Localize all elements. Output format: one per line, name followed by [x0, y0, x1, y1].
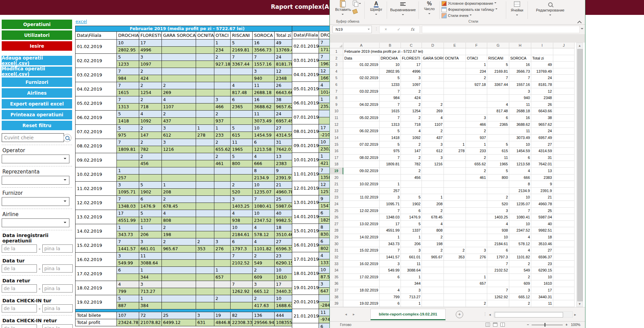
row-header-38[interactable]: 38	[330, 294, 343, 301]
sheet-cell[interactable]: 666	[509, 174, 531, 181]
sheet-cell[interactable]: 7	[509, 75, 531, 81]
sheet-cell[interactable]: 208	[422, 201, 444, 208]
filter-select-airline[interactable]	[2, 218, 69, 227]
insert-function-icon[interactable]: fx	[411, 27, 414, 32]
sheet-cell[interactable]	[444, 241, 466, 248]
sheet-cell[interactable]: 609	[509, 280, 531, 287]
sheet-cell[interactable]: 665.12	[509, 294, 531, 301]
sheet-cell[interactable]	[487, 300, 509, 307]
sheet-cell[interactable]: 6	[401, 208, 422, 214]
sheet-cell[interactable]: 2	[401, 88, 422, 95]
sheet-cell[interactable]	[444, 287, 466, 294]
sheet-cell[interactable]	[487, 280, 509, 287]
sheet-cell[interactable]	[466, 194, 487, 201]
sheet-cell[interactable]: 1	[422, 194, 444, 201]
column-header-I[interactable]: I	[531, 43, 553, 48]
sheet-cell[interactable]	[422, 88, 444, 95]
sheet-cell[interactable]: 5	[487, 62, 509, 68]
confirm-entry-icon[interactable]: ✓	[397, 27, 401, 32]
sheet-cell[interactable]: 2	[401, 115, 422, 121]
normal-view-icon[interactable]	[486, 323, 490, 327]
sheet-cell[interactable]	[444, 201, 466, 208]
filter-select-reprezentanta[interactable]	[2, 176, 69, 185]
row-header-1[interactable]: 1	[330, 48, 343, 55]
sheet-cell[interactable]: 4	[380, 287, 401, 294]
sheet-cell[interactable]: 9	[531, 181, 553, 188]
sheet-cell[interactable]	[487, 188, 509, 194]
sheet-cell[interactable]: 5	[380, 75, 401, 81]
row-header-30[interactable]: 30	[330, 241, 343, 248]
sheet-cell[interactable]: 10	[509, 141, 531, 148]
sheet-cell[interactable]: 1441.57	[380, 254, 401, 261]
sheet-cell[interactable]: 9982.51	[531, 227, 553, 234]
sheet-cell[interactable]: 7	[509, 208, 531, 214]
sheet-cell[interactable]	[553, 161, 575, 168]
sheet-cell[interactable]	[444, 155, 466, 161]
sheet-cell[interactable]: 11.02.2019	[343, 194, 380, 201]
sheet-cell[interactable]	[487, 135, 509, 141]
row-header-33[interactable]: 33	[330, 261, 343, 267]
sheet-cell[interactable]: 17.02.2019	[343, 274, 380, 281]
sheet-cell[interactable]: 17	[531, 287, 553, 294]
sheet-cell[interactable]: 2	[509, 261, 531, 267]
sheet-cell[interactable]	[343, 254, 380, 261]
scroll-down-icon[interactable]: ▼	[577, 301, 583, 307]
sheet-cell[interactable]	[422, 62, 444, 68]
sheet-cell[interactable]: 1092	[401, 135, 422, 141]
sheet-cell[interactable]: 4960.78	[531, 201, 553, 208]
column-header-J[interactable]: J	[553, 43, 575, 48]
sheet-cell[interactable]	[553, 208, 575, 214]
sheet-cell[interactable]	[553, 227, 575, 234]
sheet-cell[interactable]: 3	[401, 75, 422, 81]
sheet-cell[interactable]	[343, 188, 380, 194]
row-header-26[interactable]: 26	[330, 214, 343, 221]
date-to-input[interactable]	[42, 244, 73, 253]
sheet-cell[interactable]: 1101.82	[509, 254, 531, 261]
sheet-cell[interactable]: 2	[422, 234, 444, 241]
row-header-20[interactable]: 20	[330, 174, 343, 181]
sheet-cell[interactable]: 6	[380, 274, 401, 281]
sheet-cell[interactable]: 17	[401, 62, 422, 68]
sheet-cell[interactable]: 655.62	[466, 161, 487, 168]
date-to-input[interactable]	[42, 304, 73, 312]
ribbon-group-alignment[interactable]: Выравнивание	[388, 0, 418, 24]
sheet-cell[interactable]: 8	[509, 181, 531, 188]
sheet-cell[interactable]: 16.02.2019	[343, 261, 380, 267]
sheet-cell[interactable]	[444, 135, 466, 141]
sheet-cell[interactable]: 6957.49	[531, 135, 553, 141]
zoom-slider[interactable]	[532, 325, 563, 325]
sheet-cell[interactable]: 437	[422, 135, 444, 141]
sheet-cell[interactable]: 01.02.2019	[343, 62, 380, 68]
sheet-cell[interactable]	[444, 234, 466, 241]
sheet-cell[interactable]	[343, 241, 380, 248]
sheet-cell[interactable]: 937	[466, 135, 487, 141]
sheet-cell[interactable]: 549.99	[380, 267, 401, 274]
cell-styles-button[interactable]: Стили ячеек	[442, 13, 505, 19]
select-all-corner[interactable]	[330, 43, 343, 48]
search-button[interactable]	[63, 134, 71, 142]
sheet-cell[interactable]: 2	[401, 155, 422, 161]
sheet-cell[interactable]	[444, 75, 466, 81]
sheet-cell[interactable]	[444, 81, 466, 88]
sheet-cell[interactable]	[422, 68, 444, 75]
sheet-cell[interactable]: 14.02.2019	[343, 234, 380, 241]
sheet-cell[interactable]: 6	[509, 155, 531, 161]
sheet-cell[interactable]	[444, 101, 466, 108]
sheet-cell[interactable]	[422, 188, 444, 194]
sheet-cell[interactable]: 6	[487, 115, 509, 121]
sheet-cell[interactable]	[466, 287, 487, 294]
zoom-out-icon[interactable]: −	[527, 323, 529, 327]
sheet-cell[interactable]	[553, 115, 575, 121]
search-input[interactable]	[2, 133, 64, 142]
page-break-view-icon[interactable]	[500, 323, 505, 327]
sheet-nav-left-icon[interactable]: ◂	[345, 312, 347, 317]
sheet-cell[interactable]	[444, 168, 466, 174]
sheet-cell[interactable]: 2365	[487, 121, 509, 128]
sheet-cell[interactable]	[466, 188, 487, 194]
sheet-cell[interactable]: 4	[401, 128, 422, 135]
copy-button[interactable]	[353, 1, 361, 7]
sheet-cell[interactable]	[466, 108, 487, 115]
sheet-cell[interactable]	[444, 214, 466, 221]
sheet-cell[interactable]	[553, 201, 575, 208]
date-from-input[interactable]	[2, 304, 37, 312]
